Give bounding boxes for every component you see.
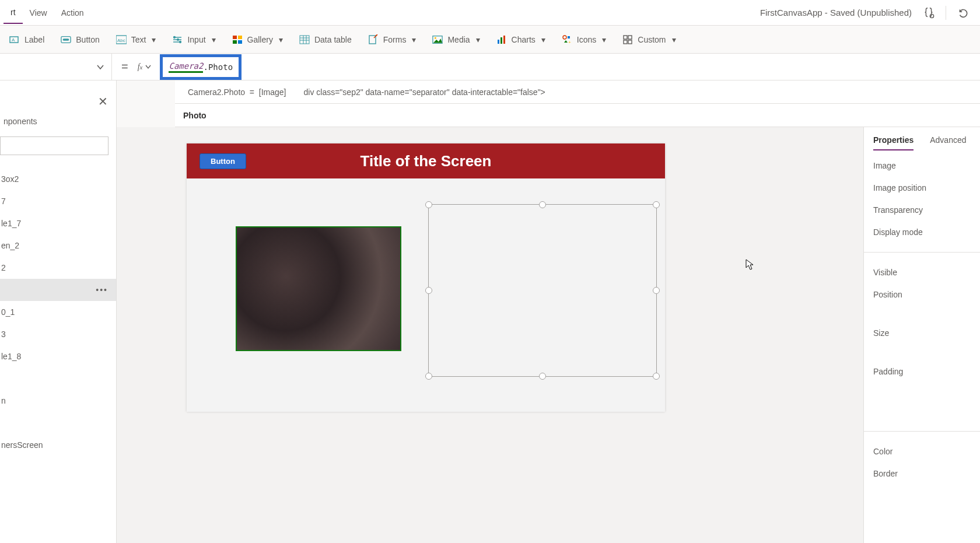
- prop-display-mode[interactable]: Display mode: [873, 227, 971, 237]
- tree-item[interactable]: le1_8: [0, 345, 116, 367]
- app-title: FirstCanvasApp - Saved (Unpublished): [760, 8, 912, 17]
- resize-handle[interactable]: [653, 201, 660, 208]
- forms-icon: [368, 34, 379, 45]
- tree-item[interactable]: 3: [0, 323, 116, 345]
- eval-result: [Image]: [259, 87, 286, 97]
- properties-panel: Properties Advanced Image Image position…: [863, 127, 980, 543]
- prop-image-position[interactable]: Image position: [873, 183, 971, 192]
- fx-label[interactable]: fx: [138, 62, 157, 72]
- ribbon-datatable[interactable]: Data table: [299, 34, 352, 45]
- chevron-down-icon: ▾: [412, 35, 416, 44]
- ribbon-forms[interactable]: Forms ▾: [368, 34, 416, 45]
- ribbon-gallery[interactable]: Gallery ▾: [232, 34, 283, 45]
- ribbon-icons[interactable]: + Icons ▾: [562, 34, 606, 45]
- chevron-down-icon: ▾: [672, 35, 676, 44]
- svg-rect-31: [628, 36, 632, 39]
- gallery-icon: [232, 34, 243, 45]
- svg-rect-14: [238, 36, 242, 39]
- tree-item[interactable]: 3ox2: [0, 168, 116, 190]
- ribbon-media[interactable]: Media ▾: [432, 34, 480, 45]
- data-table-icon: [299, 34, 310, 45]
- tab-properties[interactable]: Properties: [873, 135, 914, 150]
- ribbon-label[interactable]: A Label: [9, 34, 44, 45]
- chevron-down-icon: ▾: [279, 35, 283, 44]
- prop-position[interactable]: Position: [873, 290, 971, 299]
- tree-item[interactable]: 2: [0, 257, 116, 279]
- undo-icon[interactable]: [957, 6, 970, 19]
- ribbon-button-text: Button: [76, 35, 99, 44]
- resize-handle[interactable]: [425, 287, 432, 294]
- formula-input[interactable]: Camera2.Photo: [160, 54, 242, 80]
- svg-text:A: A: [12, 37, 15, 43]
- svg-rect-26: [501, 37, 502, 44]
- svg-point-11: [177, 38, 179, 40]
- menu-tab-view[interactable]: View: [23, 2, 54, 23]
- tree-item[interactable]: n: [0, 390, 116, 412]
- tree-item[interactable]: en_2: [0, 234, 116, 257]
- resize-handle[interactable]: [653, 287, 660, 294]
- ribbon-forms-text: Forms: [383, 35, 407, 44]
- tree-item[interactable]: [0, 412, 116, 434]
- tree-item[interactable]: le1_7: [0, 212, 116, 234]
- chevron-down-icon: ▾: [541, 35, 545, 44]
- tree-item[interactable]: 0_1: [0, 301, 116, 323]
- ribbon-input-text: Input: [187, 35, 205, 44]
- button-icon: [61, 34, 71, 45]
- property-selector[interactable]: [0, 54, 112, 80]
- menu-tab-action[interactable]: Action: [54, 2, 91, 23]
- insert-ribbon: A Label Button Abc Text ▾ Input ▾ Galler…: [0, 26, 980, 54]
- tree-item[interactable]: [0, 367, 116, 390]
- svg-rect-17: [300, 36, 309, 44]
- ribbon-custom[interactable]: Custom ▾: [622, 34, 676, 45]
- menu-tab-insert[interactable]: rt: [4, 2, 23, 24]
- tab-advanced[interactable]: Advanced: [930, 135, 966, 150]
- ribbon-custom-text: Custom: [638, 35, 666, 44]
- ribbon-charts[interactable]: Charts ▾: [496, 34, 545, 45]
- screen-button[interactable]: Button: [200, 153, 246, 169]
- tree-item[interactable]: 7: [0, 190, 116, 212]
- prop-border[interactable]: Border: [873, 469, 971, 478]
- resize-handle[interactable]: [539, 201, 546, 208]
- ribbon-media-text: Media: [447, 35, 470, 44]
- tree-tab-components[interactable]: nponents: [0, 117, 37, 126]
- image-control-selected[interactable]: [428, 204, 657, 377]
- canvas-area[interactable]: Button Title of the Screen: [117, 127, 863, 543]
- prop-image[interactable]: Image: [873, 161, 971, 170]
- svg-rect-15: [233, 40, 237, 44]
- charts-icon: [496, 34, 507, 45]
- screen-title: Title of the Screen: [360, 152, 492, 170]
- divider: [864, 431, 980, 432]
- formula-token-control: Camera2: [169, 61, 203, 73]
- more-icon[interactable]: •••: [96, 285, 108, 295]
- ribbon-text[interactable]: Abc Text ▾: [116, 34, 156, 45]
- ribbon-charts-text: Charts: [512, 35, 536, 44]
- resize-handle[interactable]: [653, 373, 660, 380]
- tree-item-selected[interactable]: •••: [0, 279, 116, 301]
- ribbon-text-text: Text: [131, 35, 146, 44]
- close-icon[interactable]: ✕: [98, 94, 108, 108]
- ribbon-button[interactable]: Button: [61, 34, 99, 45]
- svg-rect-16: [238, 40, 242, 44]
- prop-visible[interactable]: Visible: [873, 268, 971, 277]
- resize-handle[interactable]: [425, 201, 432, 208]
- prop-size[interactable]: Size: [873, 328, 971, 338]
- canvas-screen[interactable]: Button Title of the Screen: [187, 143, 665, 412]
- tree-item[interactable]: nersScreen: [0, 434, 116, 456]
- screen-title-bar: Button Title of the Screen: [187, 143, 665, 178]
- camera-control[interactable]: [236, 226, 401, 351]
- resize-handle[interactable]: [425, 373, 432, 380]
- prop-transparency[interactable]: Transparency: [873, 205, 971, 215]
- svg-rect-4: [63, 38, 69, 41]
- ribbon-input[interactable]: Input ▾: [172, 34, 215, 45]
- menubar: rt View Action FirstCanvasApp - Saved (U…: [0, 0, 980, 26]
- text-icon: Abc: [116, 34, 127, 45]
- prop-padding[interactable]: Padding: [873, 367, 971, 376]
- chevron-down-icon: [145, 64, 152, 71]
- svg-point-28: [563, 36, 566, 39]
- separator: [946, 6, 946, 20]
- chevron-down-icon: ▾: [212, 35, 216, 44]
- resize-handle[interactable]: [539, 373, 546, 380]
- app-checker-icon[interactable]: [922, 6, 935, 19]
- tree-search-input[interactable]: [0, 136, 108, 155]
- prop-color[interactable]: Color: [873, 447, 971, 456]
